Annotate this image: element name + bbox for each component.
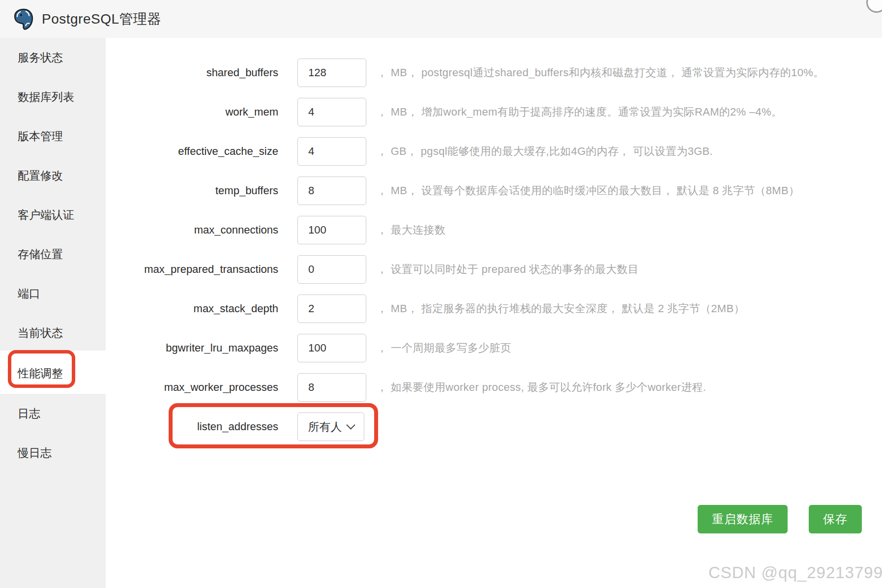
setting-hint: ， MB， postgresql通过shared_buffers和内核和磁盘打交… [377, 65, 824, 80]
form-row-max-connections: max_connections， 最大连接数 [106, 210, 882, 250]
bgwriter-lru-maxpages-input[interactable] [297, 334, 366, 362]
app-title: PostgreSQL管理器 [42, 10, 161, 29]
sidebar-item-database-list[interactable]: 数据库列表 [0, 77, 106, 117]
sidebar-item-label: 当前状态 [18, 325, 63, 341]
corner-widget-circle[interactable] [866, 0, 882, 13]
sidebar-item-label: 日志 [18, 406, 40, 421]
max-connections-input[interactable] [297, 216, 366, 244]
setting-hint: ， GB， pgsql能够使用的最大缓存,比如4G的内存， 可以设置为3GB. [377, 144, 713, 159]
form-row-max-prepared-transactions: max_prepared_transactions， 设置可以同时处于 prep… [106, 250, 882, 289]
shared-buffers-input[interactable] [297, 59, 366, 87]
postgresql-elephant-logo [13, 8, 34, 30]
sidebar-item-label: 客户端认证 [18, 207, 74, 223]
max-prepared-transactions-input[interactable] [297, 255, 366, 284]
form-row-listen-addresses: listen_addresses所有人 [106, 407, 882, 446]
form-row-max-worker-processes: max_worker_processes， 如果要使用worker proces… [106, 368, 882, 407]
sidebar-item-client-auth[interactable]: 客户端认证 [0, 195, 106, 235]
effective-cache-size-label: effective_cache_size [106, 145, 278, 158]
work-mem-input[interactable] [297, 98, 366, 126]
save-button[interactable]: 保存 [809, 505, 862, 533]
max-prepared-transactions-label: max_prepared_transactions [106, 263, 278, 276]
restart-database-button[interactable]: 重启数据库 [698, 505, 788, 533]
sidebar-item-current-status[interactable]: 当前状态 [0, 313, 106, 353]
setting-hint: ， MB， 指定服务器的执行堆栈的最大安全深度， 默认是 2 兆字节（2MB） [377, 301, 745, 316]
setting-hint: ， 如果要使用worker process, 最多可以允许fork 多少个wor… [377, 380, 706, 395]
sidebar-item-config-edit[interactable]: 配置修改 [0, 156, 106, 195]
listen-addresses-select[interactable]: 所有人 [297, 412, 364, 441]
effective-cache-size-input[interactable] [297, 137, 366, 166]
watermark: CSDN @qq_29213799 [708, 563, 882, 582]
setting-hint: ， MB， 设置每个数据库会话使用的临时缓冲区的最大数目， 默认是 8 兆字节（… [377, 183, 799, 198]
settings-form: shared_buffers， MB， postgresql通过shared_b… [106, 38, 882, 446]
sidebar-item-label: 慢日志 [18, 445, 52, 461]
sidebar-item-label: 性能调整 [18, 366, 63, 381]
sidebar-item-version-management[interactable]: 版本管理 [0, 117, 106, 156]
setting-hint: ， 最大连接数 [377, 223, 445, 237]
sidebar-item-label: 配置修改 [18, 168, 63, 183]
max-worker-processes-label: max_worker_processes [106, 381, 278, 394]
setting-hint: ， 一个周期最多写多少脏页 [377, 341, 511, 355]
temp-buffers-label: temp_buffers [106, 184, 278, 197]
sidebar-items: 服务状态数据库列表版本管理配置修改客户端认证存储位置端口当前状态性能调整日志慢日… [0, 38, 106, 472]
sidebar-item-port[interactable]: 端口 [0, 274, 106, 313]
sidebar-item-log[interactable]: 日志 [0, 394, 106, 433]
sidebar-item-label: 端口 [18, 286, 40, 301]
work-mem-label: work_mem [106, 106, 278, 118]
sidebar-item-label: 存储位置 [18, 247, 63, 262]
app-header: PostgreSQL管理器 [0, 0, 882, 38]
form-row-work-mem: work_mem， MB， 增加work_mem有助于提高排序的速度。通常设置为… [106, 92, 882, 132]
bgwriter-lru-maxpages-label: bgwriter_lru_maxpages [106, 342, 278, 354]
setting-hint: ， 设置可以同时处于 prepared 状态的事务的最大数目 [377, 262, 639, 277]
form-row-temp-buffers: temp_buffers， MB， 设置每个数据库会话使用的临时缓冲区的最大数目… [106, 171, 882, 210]
sidebar-item-service-status[interactable]: 服务状态 [0, 38, 106, 77]
form-row-bgwriter-lru-maxpages: bgwriter_lru_maxpages， 一个周期最多写多少脏页 [106, 328, 882, 368]
max-stack-depth-label: max_stack_depth [106, 302, 278, 315]
postgresql-manager-window: PostgreSQL管理器 服务状态数据库列表版本管理配置修改客户端认证存储位置… [0, 0, 882, 588]
chevron-down-icon [346, 420, 355, 429]
sidebar-item-slow-log[interactable]: 慢日志 [0, 433, 106, 472]
temp-buffers-input[interactable] [297, 176, 366, 205]
select-value: 所有人 [308, 419, 342, 435]
listen-addresses-label: listen_addresses [106, 420, 278, 433]
sidebar: 服务状态数据库列表版本管理配置修改客户端认证存储位置端口当前状态性能调整日志慢日… [0, 38, 106, 588]
sidebar-item-storage-location[interactable]: 存储位置 [0, 235, 106, 274]
shared-buffers-label: shared_buffers [106, 66, 278, 79]
form-row-effective-cache-size: effective_cache_size， GB， pgsql能够使用的最大缓存… [106, 132, 882, 171]
sidebar-item-label: 数据库列表 [18, 89, 74, 105]
max-worker-processes-input[interactable] [297, 373, 366, 402]
form-row-max-stack-depth: max_stack_depth， MB， 指定服务器的执行堆栈的最大安全深度， … [106, 289, 882, 328]
max-stack-depth-input[interactable] [297, 294, 366, 323]
form-row-shared-buffers: shared_buffers， MB， postgresql通过shared_b… [106, 53, 882, 92]
sidebar-item-performance-tuning[interactable]: 性能调整 [0, 351, 106, 394]
setting-hint: ， MB， 增加work_mem有助于提高排序的速度。通常设置为实际RAM的2%… [377, 105, 782, 119]
max-connections-label: max_connections [106, 224, 278, 236]
sidebar-item-label: 版本管理 [18, 129, 63, 144]
action-buttons: 重启数据库 保存 [698, 505, 862, 533]
sidebar-item-label: 服务状态 [18, 50, 63, 65]
